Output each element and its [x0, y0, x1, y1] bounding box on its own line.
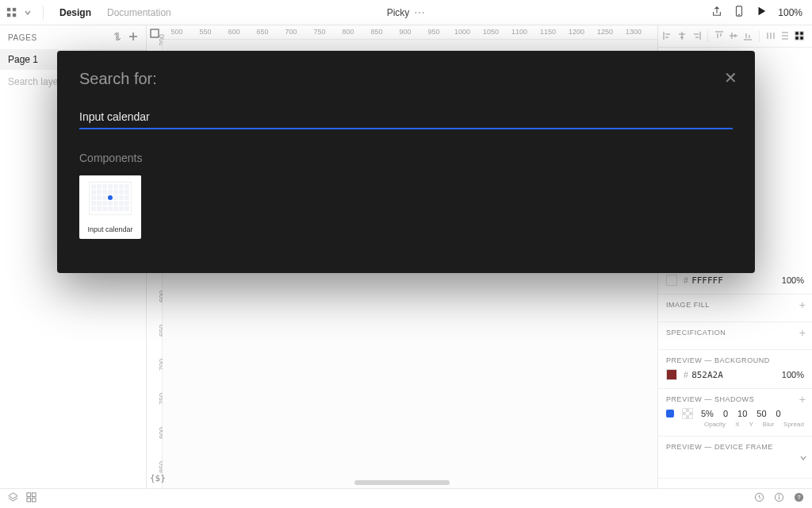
results-section-label: Components [79, 152, 733, 164]
search-modal: ✕ Search for: Components Input calendar [57, 51, 755, 273]
search-input[interactable] [79, 106, 733, 129]
modal-title: Search for: [79, 70, 733, 88]
result-label: Input calendar [87, 221, 132, 239]
result-thumbnail [79, 175, 141, 221]
search-result-card[interactable]: Input calendar [79, 175, 141, 239]
close-icon[interactable]: ✕ [724, 68, 737, 87]
modal-backdrop[interactable]: ✕ Search for: Components Input calendar [0, 0, 812, 508]
